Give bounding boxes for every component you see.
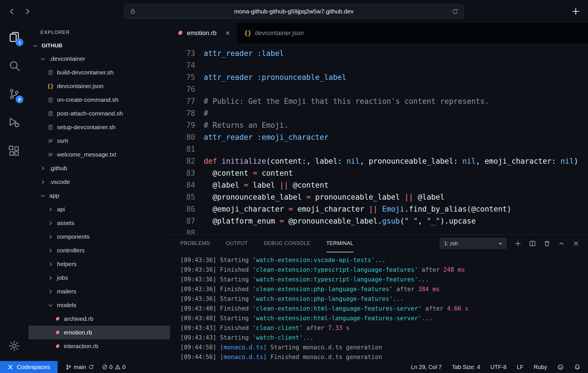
refresh-icon[interactable] <box>452 8 458 15</box>
code-line-81: 81 <box>170 143 588 155</box>
terminal-line: [09:44:56] [monaco.d.ts] Finished monaco… <box>180 352 588 361</box>
shell-selector[interactable]: 1: zsh <box>440 238 507 249</box>
line-number: 78 <box>170 107 195 119</box>
tab-devcontainer-json[interactable]: {} devcontainer.json <box>237 23 311 43</box>
new-terminal-icon[interactable] <box>514 240 521 247</box>
tree-item-label: api <box>57 206 65 213</box>
chevron-down-icon <box>39 56 46 62</box>
folder-item-mailers[interactable]: mailers <box>28 285 170 298</box>
activity-extensions[interactable] <box>6 143 23 160</box>
shell-file-icon <box>47 97 54 103</box>
shell-selector-value: 1: zsh <box>444 241 495 247</box>
panel-tabs: PROBLEMSOUTPUTDEBUG CONSOLETERMINAL <box>180 235 440 252</box>
folder-item-.vscode[interactable]: .vscode <box>28 175 170 189</box>
folder-item-controllers[interactable]: controllers <box>28 244 170 257</box>
code-line-78: 78# <box>170 107 588 119</box>
file-item-post-attach-command.sh[interactable]: post-attach-command.sh <box>28 107 170 120</box>
close-icon[interactable] <box>225 30 230 36</box>
back-button[interactable] <box>6 5 18 18</box>
codespaces-window: mona-github-github-g59jpq2w5w7.github.de… <box>0 0 588 373</box>
status-bar-right: Ln 29, Col 7 Tab Size: 4 UTF-8 LF Ruby <box>411 364 588 370</box>
line-number: 86 <box>170 203 195 215</box>
file-item-archived.rb[interactable]: archived.rb <box>28 312 170 326</box>
file-item-interaction.rb[interactable]: interaction.rb <box>28 339 170 353</box>
explorer-sidebar: EXPLORER GITHUB .devcontainerbuild-devco… <box>28 23 170 361</box>
folder-item-.github[interactable]: .github <box>28 161 170 175</box>
tree-item-label: app <box>49 192 59 199</box>
cursor-position[interactable]: Ln 29, Col 7 <box>411 364 442 370</box>
code-editor[interactable]: 73attr_reader :label7475attr_reader :pro… <box>170 43 588 234</box>
activity-source-control[interactable]: 8 <box>6 86 23 103</box>
split-terminal-icon[interactable] <box>529 240 536 247</box>
tree-item-label: .github <box>49 165 67 172</box>
tab-emotion-rb[interactable]: emotion.rb <box>170 23 237 43</box>
tree-item-label: emotion.rb <box>64 329 92 336</box>
panel-tab-terminal[interactable]: TERMINAL <box>326 235 354 252</box>
folder-item-GITHUB[interactable]: GITHUB <box>28 39 170 52</box>
chevron-right-icon <box>39 166 46 171</box>
problems-indicator[interactable]: 0 0 <box>102 364 125 370</box>
terminal-line: [09:43:36] Starting 'watch-extension:vsc… <box>180 255 588 265</box>
folder-item-app[interactable]: app <box>28 189 170 202</box>
line-number: 77 <box>170 95 195 107</box>
branch-indicator[interactable]: main <box>66 364 94 370</box>
folder-item-.devcontainer[interactable]: .devcontainer <box>28 52 170 66</box>
error-count: 0 <box>109 364 113 370</box>
shell-file-icon <box>47 111 54 116</box>
tab-size[interactable]: Tab Size: 4 <box>452 364 480 370</box>
file-item-setup-devcontainer.sh[interactable]: setup-devcontainer.sh <box>28 120 170 134</box>
panel-tab-output[interactable]: OUTPUT <box>226 235 248 252</box>
activity-search[interactable] <box>6 57 23 74</box>
feedback-smiley-icon[interactable] <box>557 364 564 370</box>
chevron-down-icon <box>498 241 503 246</box>
notifications-bell-icon[interactable] <box>574 364 581 370</box>
panel-tab-problems[interactable]: PROBLEMS <box>180 235 210 252</box>
file-item-emotion.rb[interactable]: emotion.rb <box>28 326 170 339</box>
line-number: 84 <box>170 179 195 191</box>
line-number: 73 <box>170 47 195 59</box>
folder-item-jobs[interactable]: jobs <box>28 271 170 285</box>
folder-item-assets[interactable]: assets <box>28 216 170 230</box>
panel-tab-debug-console[interactable]: DEBUG CONSOLE <box>264 235 311 252</box>
folder-item-api[interactable]: api <box>28 202 170 216</box>
ruby-file-icon <box>54 316 61 322</box>
line-number: 79 <box>170 119 195 131</box>
shell-file-icon <box>47 125 54 130</box>
address-bar[interactable]: mona-github-github-g59jpq2w5w7.github.de… <box>124 4 464 19</box>
settings-gear[interactable] <box>6 337 23 354</box>
code-line-73: 73attr_reader :label <box>170 47 588 59</box>
folder-item-components[interactable]: components <box>28 230 170 244</box>
json-file-icon: {} <box>47 83 54 89</box>
file-item-welcome_message.txt[interactable]: welcome_message.txt <box>28 148 170 161</box>
tree-item-label: .devcontainer <box>49 55 85 62</box>
file-item-on-create-command.sh[interactable]: on-create-command.sh <box>28 93 170 107</box>
encoding[interactable]: UTF-8 <box>490 364 507 370</box>
kill-terminal-icon[interactable] <box>544 240 550 247</box>
errors-icon <box>102 364 108 370</box>
activity-run-debug[interactable] <box>6 114 23 131</box>
tab-label: emotion.rb <box>187 29 217 37</box>
line-number: 88 <box>170 227 195 234</box>
maximize-panel-icon[interactable] <box>558 240 565 247</box>
folder-item-helpers[interactable]: helpers <box>28 257 170 271</box>
code-line-74: 74 <box>170 59 588 71</box>
language-mode[interactable]: Ruby <box>534 364 547 370</box>
tree-item-label: on-create-command.sh <box>57 96 119 103</box>
line-number: 76 <box>170 83 195 95</box>
file-item-devcontainer.json[interactable]: {}devcontainer.json <box>28 79 170 93</box>
file-item-ssrh[interactable]: ssrh <box>28 134 170 148</box>
close-panel-icon[interactable] <box>573 240 579 247</box>
forward-button[interactable] <box>21 5 34 18</box>
new-tab-button[interactable] <box>571 7 581 16</box>
folder-item-models[interactable]: models <box>28 298 170 312</box>
line-number: 80 <box>170 131 195 143</box>
eol-indicator[interactable]: LF <box>517 364 523 370</box>
warning-count: 0 <box>122 364 125 370</box>
chevron-right-icon <box>47 234 54 240</box>
activity-explorer[interactable]: 1 <box>6 29 23 46</box>
tree-item-label: controllers <box>57 247 85 254</box>
codespaces-status-button[interactable]: Codespaces <box>0 361 58 373</box>
chevron-down-icon <box>31 43 39 48</box>
terminal-output[interactable]: [09:43:36] Starting 'watch-extension:vsc… <box>170 252 588 361</box>
file-item-build-devcontainer.sh[interactable]: build-devcontainer.sh <box>28 66 170 79</box>
